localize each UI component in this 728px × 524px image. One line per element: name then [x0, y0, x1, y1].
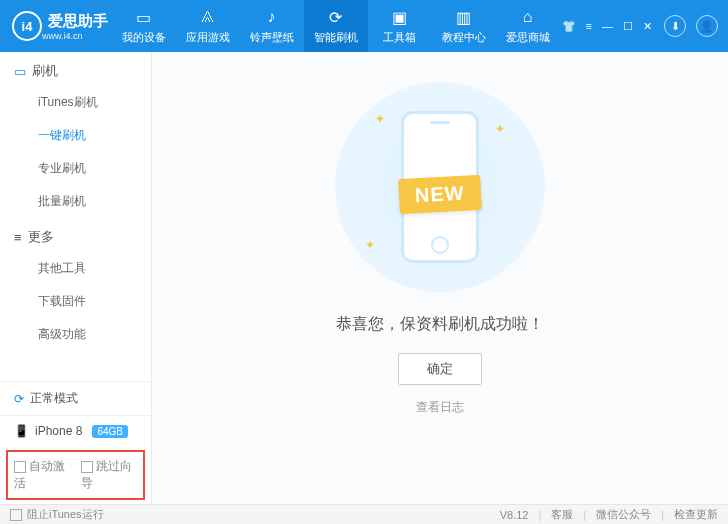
- sidebar: ▭ 刷机 iTunes刷机 一键刷机 专业刷机 批量刷机 ≡ 更多 其他工具 下…: [0, 52, 152, 504]
- device-name: iPhone 8: [35, 424, 82, 438]
- nav-toolbox[interactable]: ▣工具箱: [368, 0, 432, 52]
- store-icon: ⌂: [518, 7, 538, 27]
- sidebar-group-more: ≡ 更多: [0, 218, 151, 252]
- flash-icon: ⟳: [326, 7, 346, 27]
- menu-icon[interactable]: ≡: [584, 18, 594, 34]
- ok-button[interactable]: 确定: [398, 353, 482, 385]
- main-content: ✦ ✦ ✦ NEW 恭喜您，保资料刷机成功啦！ 确定 查看日志: [152, 52, 728, 504]
- post-flash-options: 自动激活 跳过向导: [6, 450, 145, 500]
- apps-icon: ⩓: [198, 7, 218, 27]
- sparkle-icon: ✦: [495, 122, 505, 136]
- sidebar-item-download-firmware[interactable]: 下载固件: [0, 285, 151, 318]
- checkbox-icon: [14, 461, 26, 473]
- window-controls: 👕 ≡ — ☐ ✕ ⬇ 👤: [560, 15, 728, 37]
- sidebar-group-flash: ▭ 刷机: [0, 52, 151, 86]
- top-nav: ▭我的设备 ⩓应用游戏 ♪铃声壁纸 ⟳智能刷机 ▣工具箱 ▥教程中心 ⌂爱思商城: [112, 0, 560, 52]
- update-link[interactable]: 检查更新: [674, 507, 718, 522]
- sidebar-item-itunes-flash[interactable]: iTunes刷机: [0, 86, 151, 119]
- refresh-icon: ⟳: [14, 392, 24, 406]
- phone-icon: 📱: [14, 424, 29, 438]
- nav-label: 应用游戏: [186, 30, 230, 45]
- logo[interactable]: i4 爱思助手 www.i4.cn: [0, 11, 112, 41]
- tutorial-icon: ▥: [454, 7, 474, 27]
- titlebar: i4 爱思助手 www.i4.cn ▭我的设备 ⩓应用游戏 ♪铃声壁纸 ⟳智能刷…: [0, 0, 728, 52]
- logo-text-wrap: 爱思助手 www.i4.cn: [42, 12, 108, 41]
- mode-status[interactable]: ⟳ 正常模式: [0, 381, 151, 415]
- user-icon: 👤: [700, 20, 714, 33]
- version-label: V8.12: [500, 509, 529, 521]
- nav-label: 爱思商城: [506, 30, 550, 45]
- nav-tutorial[interactable]: ▥教程中心: [432, 0, 496, 52]
- sidebar-item-advanced[interactable]: 高级功能: [0, 318, 151, 351]
- body: ▭ 刷机 iTunes刷机 一键刷机 专业刷机 批量刷机 ≡ 更多 其他工具 下…: [0, 52, 728, 504]
- sparkle-icon: ✦: [365, 238, 375, 252]
- nav-label: 我的设备: [122, 30, 166, 45]
- sparkle-icon: ✦: [375, 112, 385, 126]
- success-illustration: ✦ ✦ ✦ NEW: [335, 82, 545, 292]
- nav-apps[interactable]: ⩓应用游戏: [176, 0, 240, 52]
- nav-store[interactable]: ⌂爱思商城: [496, 0, 560, 52]
- toolbox-icon: ▣: [390, 7, 410, 27]
- sidebar-item-oneclick-flash[interactable]: 一键刷机: [0, 119, 151, 152]
- minimize-icon[interactable]: —: [600, 18, 615, 34]
- phone-icon: ▭: [14, 64, 26, 79]
- maximize-icon[interactable]: ☐: [621, 18, 635, 35]
- logo-icon: i4: [12, 11, 42, 41]
- device-icon: ▭: [134, 7, 154, 27]
- footer: 阻止iTunes运行 V8.12 | 客服 | 微信公众号 | 检查更新: [0, 504, 728, 524]
- download-icon: ⬇: [671, 20, 680, 33]
- checkbox-icon: [10, 509, 22, 521]
- support-link[interactable]: 客服: [551, 507, 573, 522]
- checkbox-icon: [81, 461, 93, 473]
- mode-label: 正常模式: [30, 390, 78, 407]
- logo-text: 爱思助手: [48, 12, 108, 31]
- nav-label: 工具箱: [383, 30, 416, 45]
- sidebar-group-title: 更多: [28, 228, 54, 246]
- close-icon[interactable]: ✕: [641, 18, 654, 35]
- nav-label: 铃声壁纸: [250, 30, 294, 45]
- auto-activate-checkbox[interactable]: 自动激活: [14, 458, 71, 492]
- tshirt-icon[interactable]: 👕: [560, 18, 578, 35]
- user-button[interactable]: 👤: [696, 15, 718, 37]
- storage-badge: 64GB: [92, 425, 128, 438]
- logo-sub: www.i4.cn: [42, 31, 108, 41]
- nav-label: 教程中心: [442, 30, 486, 45]
- divider: |: [538, 509, 541, 521]
- view-log-link[interactable]: 查看日志: [416, 399, 464, 416]
- download-button[interactable]: ⬇: [664, 15, 686, 37]
- sidebar-group-title: 刷机: [32, 62, 58, 80]
- sidebar-item-pro-flash[interactable]: 专业刷机: [0, 152, 151, 185]
- success-message: 恭喜您，保资料刷机成功啦！: [336, 314, 544, 335]
- footer-right: V8.12 | 客服 | 微信公众号 | 检查更新: [500, 507, 718, 522]
- nav-ringtone[interactable]: ♪铃声壁纸: [240, 0, 304, 52]
- checkbox-label: 阻止iTunes运行: [27, 507, 104, 522]
- divider: |: [661, 509, 664, 521]
- nav-label: 智能刷机: [314, 30, 358, 45]
- nav-my-device[interactable]: ▭我的设备: [112, 0, 176, 52]
- sidebar-item-other-tools[interactable]: 其他工具: [0, 252, 151, 285]
- divider: |: [583, 509, 586, 521]
- sidebar-item-batch-flash[interactable]: 批量刷机: [0, 185, 151, 218]
- nav-flash[interactable]: ⟳智能刷机: [304, 0, 368, 52]
- block-itunes-checkbox[interactable]: 阻止iTunes运行: [10, 507, 104, 522]
- ringtone-icon: ♪: [262, 7, 282, 27]
- new-ribbon: NEW: [398, 175, 481, 214]
- skip-guide-checkbox[interactable]: 跳过向导: [81, 458, 138, 492]
- wechat-link[interactable]: 微信公众号: [596, 507, 651, 522]
- more-icon: ≡: [14, 230, 22, 245]
- device-info[interactable]: 📱 iPhone 8 64GB: [0, 415, 151, 446]
